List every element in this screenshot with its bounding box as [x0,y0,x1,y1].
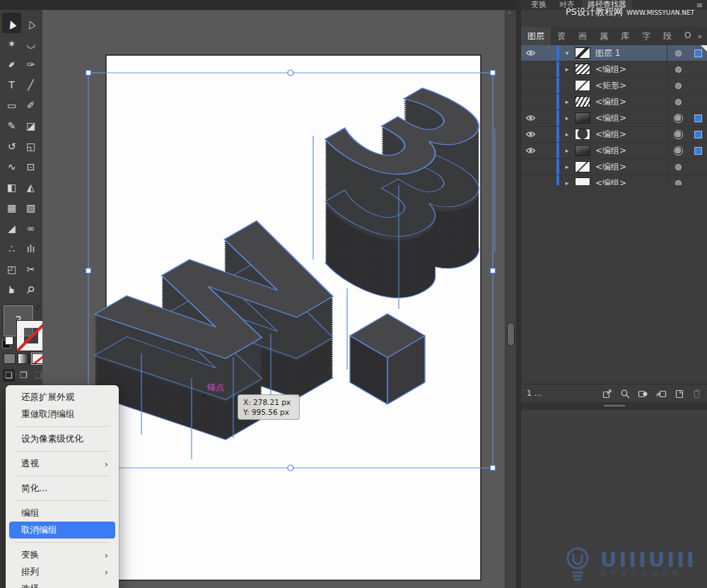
free-transform-tool[interactable]: ⊡ [21,156,40,177]
layer-name[interactable]: <编组> [595,96,667,108]
type-tool[interactable]: T [2,74,21,95]
line-segment-tool[interactable]: ╱ [21,74,40,95]
slice-tool[interactable]: ✂ [21,259,40,279]
layer-row[interactable]: ▸ <编组> [521,61,707,78]
menu-item[interactable]: 设为像素级优化 [9,430,115,447]
collapsed-panel-tab[interactable]: 画 [572,27,593,45]
eyedropper-tool[interactable]: ◢ [2,218,21,238]
delete-layer-icon[interactable] [692,389,701,399]
target-column[interactable] [667,78,689,93]
symbol-sprayer-tool[interactable]: ∴ [2,238,21,259]
menu-item[interactable]: 透视 › [9,455,115,472]
expand-chevron[interactable]: ▾ [559,49,575,57]
target-icon[interactable] [675,99,682,105]
collapsed-panel-tab[interactable]: 字 [636,27,657,45]
selection-tool[interactable]: ▲ [2,13,21,33]
stroke-swatch[interactable] [17,321,45,351]
scale-tool[interactable]: ◱ [21,136,40,156]
target-column[interactable] [667,61,689,77]
draw-behind-mode[interactable]: ❐ [18,369,30,382]
swap-fill-stroke-icon[interactable]: ⇄ [32,301,44,313]
target-icon[interactable] [674,146,683,155]
collapsed-panel-tab[interactable]: 库 [614,27,636,45]
collapsed-panel-tab[interactable]: 资 [551,27,572,45]
gradient-button[interactable] [18,353,30,364]
menu-item[interactable]: 选择 › [9,580,115,588]
selection-column[interactable] [689,131,707,139]
collapsed-panel-tab[interactable]: 段 [657,27,678,45]
paintbrush-tool[interactable]: ✐ [21,95,40,115]
target-icon[interactable] [675,164,682,170]
collapsed-panel-tab[interactable]: O [678,27,697,45]
selection-column[interactable] [689,147,707,155]
panel-tab[interactable]: 变换 [525,0,552,10]
target-column[interactable] [667,143,689,158]
layer-name[interactable]: <矩形> [595,80,667,92]
menu-item[interactable] [15,451,110,452]
target-column[interactable] [667,94,689,110]
target-icon[interactable] [675,66,682,73]
gradient-tool[interactable]: ▧ [21,197,40,218]
layer-row[interactable]: ▸ <编组> [521,159,707,175]
menu-item[interactable] [15,476,110,476]
menu-item[interactable]: 还原扩展外观 [9,389,115,406]
target-icon[interactable] [674,130,683,139]
target-column[interactable] [667,45,689,61]
layer-row[interactable]: ▾ 图层 1 [521,45,707,61]
expand-chevron[interactable]: ▸ [559,163,575,170]
panel-menu-icon[interactable]: ≡ [696,1,703,10]
collect-for-export-icon[interactable] [602,389,612,399]
pen-tool[interactable]: ✒ [2,54,21,74]
layer-name[interactable]: <编组> [595,161,667,173]
selection-column[interactable] [689,114,707,122]
perspective-grid-tool[interactable]: ◭ [21,177,40,197]
target-icon[interactable] [674,114,683,123]
mesh-tool[interactable]: ▦ [2,197,21,218]
shape-builder-tool[interactable]: ◧ [2,177,21,197]
color-button[interactable] [4,353,16,364]
layer-name[interactable]: <编组> [595,145,667,157]
target-icon[interactable] [675,83,682,89]
scroll-up-arrow[interactable]: ˄ [508,11,511,19]
new-sublayer-icon[interactable] [656,389,667,399]
zoom-tool[interactable]: ⚲ [21,279,40,300]
layer-row[interactable]: ▸ <编组> [521,110,707,127]
layer-name[interactable]: <编组> [595,64,667,76]
pencil-tool[interactable]: ✎ [2,115,21,136]
target-column[interactable] [667,159,689,175]
expand-chevron[interactable]: ▸ [559,147,575,154]
expand-chevron[interactable]: ▸ [559,114,575,122]
target-icon[interactable] [675,50,682,57]
visibility-toggle[interactable] [521,131,539,138]
direct-selection-tool[interactable]: △ [21,13,40,33]
menu-item[interactable] [15,500,110,501]
menu-item[interactable]: 简化... [9,480,115,497]
menu-item[interactable] [15,426,110,427]
target-column[interactable] [667,110,689,126]
visibility-toggle[interactable] [521,114,539,122]
layer-row[interactable]: ▸ <编组> [521,143,707,159]
eraser-tool[interactable]: ◪ [21,115,40,136]
tab-layers[interactable]: 图层 [521,27,551,45]
lasso-tool[interactable]: ◡ [21,33,40,54]
scrollbar-thumb[interactable] [507,322,515,346]
expand-chevron[interactable]: ▸ [559,98,575,105]
expand-chevron[interactable]: ▸ [559,131,575,138]
tab-overflow-icon[interactable]: » [697,32,702,41]
new-layer-icon[interactable] [674,389,684,399]
default-fill-stroke-icon[interactable] [2,336,13,348]
menu-item[interactable] [15,542,110,543]
visibility-toggle[interactable] [521,49,539,57]
curvature-tool[interactable]: ✑ [21,54,40,74]
expand-chevron[interactable]: ▸ [559,66,575,73]
layer-row[interactable]: ▸ <编组> [521,94,707,110]
target-column[interactable] [667,127,689,142]
menu-item[interactable]: 排列 › [9,563,115,580]
layer-name[interactable]: 图层 1 [595,47,667,59]
collapsed-panel-tab[interactable]: 属 [593,27,614,45]
layer-row[interactable]: <矩形> [521,78,707,94]
menu-item[interactable]: 编组 [9,505,115,522]
make-clipping-mask-icon[interactable] [638,389,648,399]
layer-name[interactable]: <编组> [595,129,667,141]
layers-horizontal-scrollbar[interactable] [521,402,707,409]
